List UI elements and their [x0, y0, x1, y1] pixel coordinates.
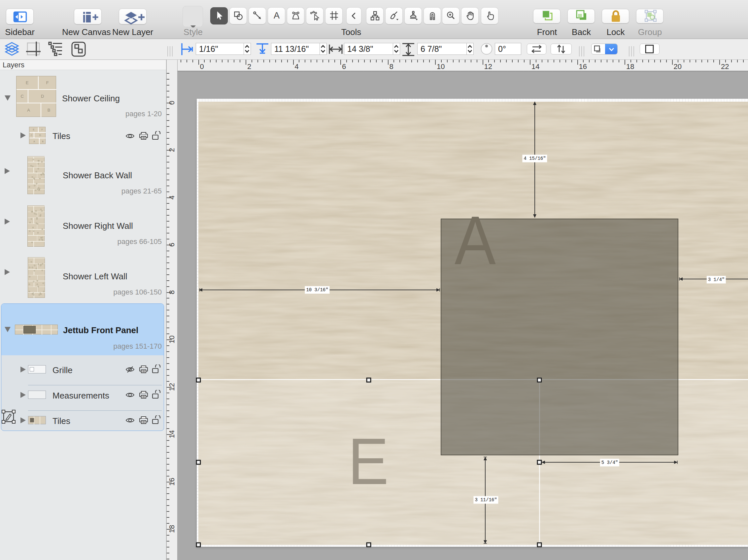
- svg-text:A: A: [273, 10, 279, 21]
